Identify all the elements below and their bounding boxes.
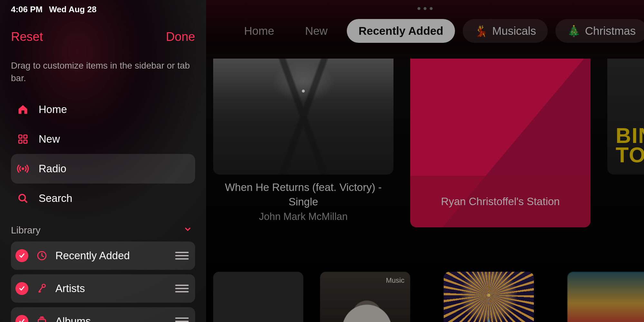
tree-icon: 🎄 [567, 24, 581, 37]
status-bar: 4:06 PM Wed Aug 28 [11, 0, 195, 14]
tab-label: Christmas [585, 24, 636, 37]
sidebar-item-new[interactable]: New [11, 124, 195, 154]
microphone-icon [35, 283, 48, 294]
station-art: Ryan Christoffel's Station [410, 59, 591, 227]
check-icon [15, 249, 28, 262]
svg-point-4 [22, 167, 24, 170]
tab-label: Home [244, 24, 274, 37]
card-title: Bind Us T [607, 180, 644, 195]
tab-christmas[interactable]: 🎄 Christmas [555, 19, 644, 43]
chevron-down-icon [184, 225, 192, 236]
tab-new[interactable]: New [293, 19, 339, 43]
status-time: 4:06 PM [11, 5, 43, 14]
reset-button[interactable]: Reset [11, 30, 43, 44]
check-icon [15, 282, 28, 295]
thumbnail[interactable] [567, 272, 644, 322]
stack-icon [35, 316, 48, 322]
thumbnail[interactable]: Music [320, 272, 410, 322]
sidebar: 4:06 PM Wed Aug 28 Reset Done Drag to cu… [0, 0, 206, 322]
sidebar-item-label: New [39, 133, 60, 145]
card-artist: Jordan & S [607, 195, 644, 209]
library-item-label: Albums [55, 315, 168, 322]
card-bind-us[interactable]: BINI TOG Bind Us T Jordan & S The [607, 59, 644, 227]
tab-recently-added[interactable]: Recently Added [347, 19, 455, 43]
card-artist-2: The [607, 211, 644, 223]
thumbnail[interactable] [444, 272, 534, 322]
card-artist: John Mark McMillan [213, 211, 393, 223]
library-header[interactable]: Library [11, 225, 195, 236]
main-content: Home New Recently Added 💃 Musicals 🎄 Chr… [206, 0, 644, 322]
drag-handle-icon[interactable] [175, 252, 189, 260]
library-item-label: Artists [55, 282, 168, 295]
library-item-recently-added[interactable]: Recently Added [11, 242, 195, 270]
cover-text: BINI [616, 126, 644, 146]
window-handle-icon[interactable] [418, 7, 433, 10]
album-art: BINI TOG [607, 59, 644, 175]
library-item-artists[interactable]: Artists [11, 274, 195, 303]
check-icon [15, 315, 28, 322]
sidebar-item-label: Home [39, 103, 67, 116]
apple-music-tag: Music [386, 276, 404, 285]
cover-text: TOG [616, 145, 644, 165]
tab-bar: Home New Recently Added 💃 Musicals 🎄 Chr… [232, 18, 644, 44]
thumbnail[interactable] [213, 272, 303, 322]
svg-rect-1 [24, 135, 27, 138]
sidebar-hint: Drag to customize items in the sidebar o… [11, 59, 195, 84]
svg-rect-8 [38, 320, 46, 322]
tab-label: Recently Added [358, 24, 443, 37]
radio-icon [16, 162, 30, 175]
tab-label: Musicals [492, 24, 536, 37]
library-header-label: Library [11, 225, 41, 236]
svg-rect-2 [19, 140, 22, 143]
drag-handle-icon[interactable] [175, 285, 189, 292]
svg-rect-0 [19, 135, 22, 138]
library-item-label: Recently Added [55, 250, 168, 262]
card-station[interactable]: Ryan Christoffel's Station [410, 59, 591, 227]
sidebar-item-label: Search [39, 192, 72, 204]
album-art [213, 59, 393, 175]
sidebar-item-home[interactable]: Home [11, 95, 195, 124]
sidebar-item-label: Radio [39, 163, 66, 175]
svg-rect-3 [24, 140, 27, 143]
search-icon [16, 193, 30, 204]
card-title: When He Returns (feat. Victory) - Single [213, 180, 393, 209]
sidebar-item-radio[interactable]: Radio [11, 154, 195, 184]
status-date: Wed Aug 28 [49, 5, 96, 14]
dancer-icon: 💃 [474, 24, 488, 37]
grid-icon [16, 134, 30, 145]
tab-home[interactable]: Home [232, 19, 286, 43]
card-when-he-returns[interactable]: When He Returns (feat. Victory) - Single… [213, 59, 393, 227]
sidebar-item-search[interactable]: Search [11, 184, 195, 213]
tab-label: New [305, 24, 327, 37]
done-button[interactable]: Done [166, 30, 195, 44]
library-item-albums[interactable]: Albums [11, 307, 195, 322]
clock-icon [35, 250, 48, 261]
home-icon [16, 104, 30, 115]
card-title: Ryan Christoffel's Station [410, 176, 591, 227]
tab-musicals[interactable]: 💃 Musicals [463, 19, 548, 43]
drag-handle-icon[interactable] [175, 317, 189, 322]
